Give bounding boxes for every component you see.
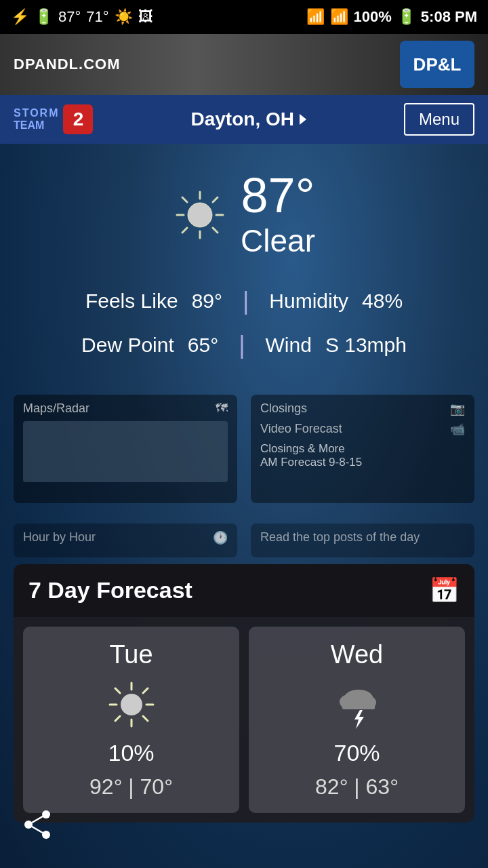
main-weather: 87° Clear Feels Like 89° | Humidity 48% … xyxy=(0,144,488,381)
weather-details: Feels Like 89° | Humidity 48% Dew Point … xyxy=(81,279,407,368)
svg-point-0 xyxy=(188,203,212,227)
dew-point-val: 65° xyxy=(188,327,218,363)
bg-card-hour: Hour by Hour 🕐 xyxy=(14,524,237,557)
temp2-status: 71° xyxy=(86,8,108,26)
svg-line-26 xyxy=(28,814,46,825)
wifi-icon: 📶 xyxy=(306,8,325,26)
signal-icon: 📶 xyxy=(330,8,348,26)
calendar-icon: 📅 xyxy=(429,576,460,605)
temp-condition: 87° Clear xyxy=(241,171,315,259)
menu-button[interactable]: Menu xyxy=(404,103,474,136)
storm-logo: STORM TEAM 2 xyxy=(14,104,93,134)
city-label[interactable]: Dayton, OH xyxy=(190,108,306,130)
detail-row-1: Feels Like 89° | Humidity 48% xyxy=(81,279,407,323)
video-icon: 📹 xyxy=(450,422,465,437)
temp-display: 87° xyxy=(241,171,315,220)
bg-card-closings: Closings 📷 Video Forecast 📹 Closings & M… xyxy=(251,395,474,503)
day-precip-tue: 10% xyxy=(108,740,154,766)
svg-line-8 xyxy=(182,228,187,233)
feels-like-label: Feels Like xyxy=(85,283,178,319)
forecast-days: Tue 10% 92° | 70° Wed xyxy=(14,617,474,823)
dew-point-label: Dew Point xyxy=(81,327,174,363)
humidity-label: Humidity xyxy=(269,283,348,319)
camera-icon: 📷 xyxy=(450,401,465,416)
battery-pct: 100% xyxy=(354,8,392,26)
bg-card-maps-title: Maps/Radar 🗺 xyxy=(23,401,228,416)
clock-icon: 🕐 xyxy=(213,530,228,545)
bg-cards-area: Maps/Radar 🗺 Closings 📷 Video Forecast 📹… xyxy=(14,395,474,517)
temp-status: 87° xyxy=(58,8,81,26)
svg-point-9 xyxy=(121,694,142,715)
forecast-day-tue[interactable]: Tue 10% 92° | 70° xyxy=(23,627,239,813)
day-name-wed: Wed xyxy=(331,640,383,669)
status-left: ⚡ 🔋 87° 71° ☀️ 🖼 xyxy=(11,8,153,26)
forecast-title: 7 Day Forecast xyxy=(28,577,192,604)
ad-logo: DP&L xyxy=(400,41,474,88)
bg-card-extra: Read the top posts of the day xyxy=(251,524,474,557)
feels-like-val: 89° xyxy=(192,283,222,319)
bg-card-video-title: Video Forecast 📹 xyxy=(260,422,465,437)
status-right: 📶 📶 100% 🔋 5:08 PM xyxy=(306,8,477,26)
bg-card-maps: Maps/Radar 🗺 xyxy=(14,395,237,503)
map-icon: 🗺 xyxy=(216,401,228,416)
forecast-header: 7 Day Forecast 📅 xyxy=(14,564,474,617)
day-precip-wed: 70% xyxy=(333,740,380,766)
ad-left-text: DPANDL.COM xyxy=(14,56,120,73)
bg-card-extra-title: Read the top posts of the day xyxy=(260,530,465,545)
day-temps-tue: 92° | 70° xyxy=(89,774,173,800)
forecast-day-wed[interactable]: Wed 70% 82° | 63° xyxy=(249,627,465,813)
battery-icon: 🔋 xyxy=(397,8,415,26)
forecast-widget[interactable]: 7 Day Forecast 📅 Tue 10% 92° | xyxy=(14,564,474,823)
storm-badge: 2 xyxy=(63,104,93,134)
header-nav: STORM TEAM 2 Dayton, OH Menu xyxy=(0,95,488,144)
storm-logo-text: STORM xyxy=(14,107,59,119)
bg-card2-row: Hour by Hour 🕐 Read the top posts of the… xyxy=(14,524,474,557)
humidity-val: 48% xyxy=(362,283,403,319)
detail-row-2: Dew Point 65° | Wind S 13mph xyxy=(81,323,407,368)
sun-icon-tue xyxy=(104,677,159,732)
svg-line-5 xyxy=(182,197,187,202)
svg-line-7 xyxy=(213,197,218,202)
bg-card-hour-title: Hour by Hour 🕐 xyxy=(23,530,228,545)
city-text: Dayton, OH xyxy=(190,108,293,130)
bg-card-closings-title: Closings 📷 xyxy=(260,401,465,416)
svg-rect-21 xyxy=(342,703,375,709)
svg-line-17 xyxy=(115,716,120,721)
day-icon-wed xyxy=(330,677,384,732)
storm-team-text: TEAM xyxy=(14,119,44,132)
share-button[interactable] xyxy=(20,808,54,848)
bg-card-row: Maps/Radar 🗺 Closings 📷 Video Forecast 📹… xyxy=(14,395,474,503)
svg-marker-22 xyxy=(354,710,364,729)
svg-line-27 xyxy=(28,825,46,835)
day-icon-tue xyxy=(104,677,159,732)
divider-2: | xyxy=(239,323,245,368)
divider-1: | xyxy=(243,279,249,323)
closings-more-label: Closings & More xyxy=(260,442,465,456)
condition-display: Clear xyxy=(241,222,315,259)
bg-card-list: Closings & More AM Forecast 9-8-15 xyxy=(260,442,465,469)
svg-line-14 xyxy=(115,688,120,693)
day-temps-wed: 82° | 63° xyxy=(315,774,399,800)
share-icon xyxy=(20,808,54,842)
ad-banner[interactable]: DPANDL.COM DP&L xyxy=(0,34,488,95)
image-icon: 🖼 xyxy=(138,8,153,26)
svg-line-15 xyxy=(143,716,148,721)
svg-line-6 xyxy=(213,228,218,233)
battery-small-icon: 🔋 xyxy=(35,8,53,26)
wind-label: Wind xyxy=(266,327,312,363)
city-dropdown-arrow xyxy=(300,114,306,125)
time-display: 5:08 PM xyxy=(421,8,477,26)
day-name-tue: Tue xyxy=(109,640,152,669)
weather-status-icon: ☀️ xyxy=(115,8,133,26)
bg-card-map-image xyxy=(23,421,228,482)
current-weather-row: 87° Clear xyxy=(173,171,315,259)
am-forecast-label: AM Forecast 9-8-15 xyxy=(260,456,465,469)
storm-icon-wed xyxy=(330,677,384,732)
bg-cards-row2: Hour by Hour 🕐 Read the top posts of the… xyxy=(14,524,474,557)
wind-val: S 13mph xyxy=(325,327,407,363)
svg-line-16 xyxy=(143,688,148,693)
status-bar: ⚡ 🔋 87° 71° ☀️ 🖼 📶 📶 100% 🔋 5:08 PM xyxy=(0,0,488,34)
storm-team-label: STORM TEAM xyxy=(14,107,59,132)
usb-icon: ⚡ xyxy=(11,8,29,26)
sun-icon xyxy=(173,188,227,242)
